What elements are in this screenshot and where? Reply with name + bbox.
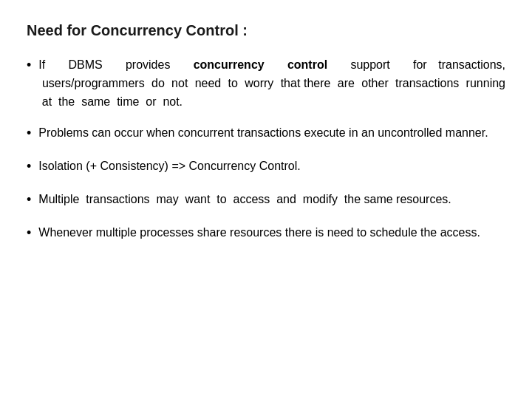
list-item: • Problems can occur when concurrent tra… [27,124,505,144]
bullet-text: Multiple transactions may want to access… [38,191,505,209]
list-item: • Multiple transactions may want to acce… [27,191,505,211]
bullet-dot: • [27,223,31,244]
slide-container: Need for Concurrency Control : • If DBMS… [0,0,532,399]
bullet-dot: • [27,190,31,211]
slide-title: Need for Concurrency Control : [27,21,505,40]
list-item: • Whenever multiple processes share reso… [27,224,505,244]
bullet-text: Problems can occur when concurrent trans… [38,124,505,143]
bullet-dot: • [27,55,31,76]
bullet-text: Whenever multiple processes share resour… [38,224,505,242]
bullet-list: • If DBMS provides concurrency control s… [27,56,505,244]
bullet-dot: • [27,157,31,177]
bold-concurrency: concurrency control [194,58,328,71]
bullet-dot: • [27,123,31,144]
list-item: • If DBMS provides concurrency control s… [27,56,505,111]
bullet-text: Isolation (+ Consistency) => Concurrency… [38,157,505,176]
bullet-text: If DBMS provides concurrency control sup… [38,56,505,111]
list-item: • Isolation (+ Consistency) => Concurren… [27,157,505,177]
